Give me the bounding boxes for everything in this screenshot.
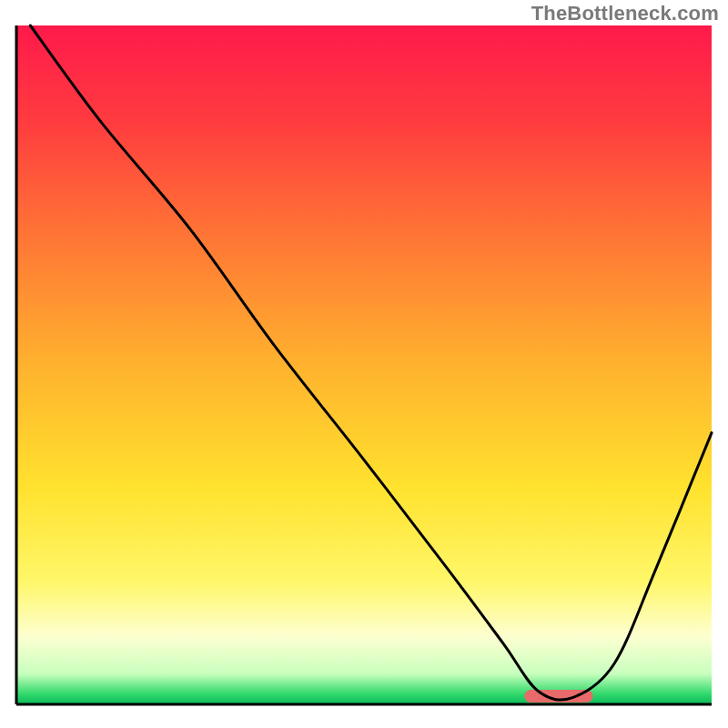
bottleneck-chart bbox=[0, 0, 728, 728]
chart-frame: TheBottleneck.com bbox=[0, 0, 728, 728]
gradient-background bbox=[16, 25, 712, 704]
